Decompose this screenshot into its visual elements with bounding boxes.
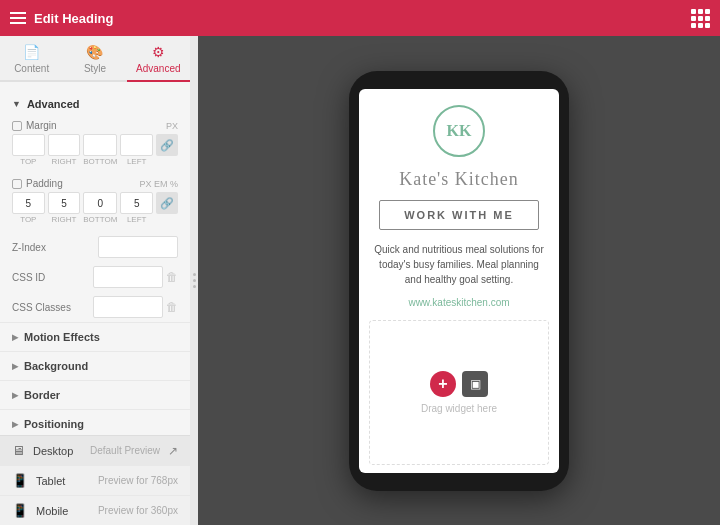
margin-bottom-cell: BOTTOM [83, 134, 117, 166]
top-bar-title: Edit Heading [34, 11, 113, 26]
content-icon: 📄 [23, 44, 40, 60]
cssid-delete-icon[interactable]: 🗑 [166, 270, 178, 284]
drag-widget-button[interactable]: ▣ [462, 371, 488, 397]
zindex-input[interactable] [98, 236, 178, 258]
tab-content[interactable]: 📄 Content [0, 36, 63, 82]
motion-effects-label: Motion Effects [24, 331, 100, 343]
padding-badge: PX EM % [139, 179, 178, 189]
mobile-icon: 📱 [12, 503, 28, 518]
padding-bottom-cell: 0 BOTTOM [83, 192, 117, 224]
style-icon: 🎨 [86, 44, 103, 60]
padding-group: Padding PX EM % 5 TOP 5 RIGHT [0, 174, 190, 228]
top-bar: Edit Heading [0, 0, 720, 36]
margin-label-row: Margin PX [12, 120, 178, 131]
website-link[interactable]: www.kateskitchen.com [359, 297, 559, 308]
cta-button[interactable]: WORK WITH ME [379, 200, 539, 230]
tab-style[interactable]: 🎨 Style [63, 36, 126, 82]
background-header[interactable]: ▶ Background [0, 352, 190, 380]
padding-right-cell: 5 RIGHT [48, 192, 81, 224]
border-section: ▶ Border [0, 380, 190, 409]
margin-top-input[interactable] [12, 134, 45, 156]
padding-left-cell: 5 LEFT [120, 192, 153, 224]
device-desktop[interactable]: 🖥 Desktop Default Preview ↗ [0, 436, 190, 465]
border-arrow: ▶ [12, 391, 18, 400]
padding-top-cell: 5 TOP [12, 192, 45, 224]
margin-badge: PX [166, 121, 178, 131]
advanced-label: Advanced [27, 98, 80, 110]
tablet-icon: 📱 [12, 473, 28, 488]
zindex-label: Z-Index [12, 242, 46, 253]
padding-inputs: 5 TOP 5 RIGHT 0 BOTTOM 5 [12, 192, 153, 224]
mobile-label: Mobile [36, 505, 90, 517]
phone-header: KK [359, 89, 559, 165]
cssclasses-label: CSS Classes [12, 302, 71, 313]
device-bar: 🖥 Desktop Default Preview ↗ 📱 Tablet Pre… [0, 435, 190, 525]
border-label: Border [24, 389, 60, 401]
advanced-section-header: ▼ Advanced [0, 92, 190, 116]
canvas-area: KK Kate's Kitchen WORK WITH ME Quick and… [198, 36, 720, 525]
sidebar-tabs: 📄 Content 🎨 Style ⚙ Advanced [0, 36, 190, 82]
logo-circle: KK [433, 105, 485, 157]
margin-group: Margin PX TOP RIGHT [0, 116, 190, 170]
margin-right-cell: RIGHT [48, 134, 81, 166]
background-arrow: ▶ [12, 362, 18, 371]
positioning-label: Positioning [24, 418, 84, 430]
cssclasses-row: CSS Classes 🗑 [0, 292, 190, 322]
hamburger-icon[interactable] [10, 12, 26, 24]
cssid-input[interactable] [93, 266, 163, 288]
padding-checkbox[interactable] [12, 179, 22, 189]
grid-apps-icon[interactable] [691, 9, 710, 28]
background-section: ▶ Background [0, 351, 190, 380]
desktop-icon: 🖥 [12, 443, 25, 458]
margin-right-input[interactable] [48, 134, 81, 156]
cssid-label: CSS ID [12, 272, 45, 283]
sidebar-body: ▼ Advanced Margin PX TOP [0, 82, 190, 435]
margin-label: Margin [26, 120, 57, 131]
device-tablet[interactable]: 📱 Tablet Preview for 768px [0, 465, 190, 495]
margin-inputs-wrap: TOP RIGHT BOTTOM LEFT [12, 134, 178, 166]
padding-inputs-wrap: 5 TOP 5 RIGHT 0 BOTTOM 5 [12, 192, 178, 224]
padding-label-row: Padding PX EM % [12, 178, 178, 189]
margin-inputs: TOP RIGHT BOTTOM LEFT [12, 134, 153, 166]
tab-style-label: Style [84, 63, 106, 74]
tablet-label: Tablet [36, 475, 90, 487]
margin-checkbox[interactable] [12, 121, 22, 131]
positioning-header[interactable]: ▶ Positioning [0, 410, 190, 435]
margin-top-cell: TOP [12, 134, 45, 166]
margin-link-button[interactable]: 🔗 [156, 134, 178, 156]
resize-handle-dots [193, 273, 196, 288]
phone-screen: KK Kate's Kitchen WORK WITH ME Quick and… [359, 89, 559, 473]
positioning-arrow: ▶ [12, 420, 18, 429]
margin-left-input[interactable] [120, 134, 153, 156]
tab-advanced-label: Advanced [136, 63, 180, 74]
description-text: Quick and nutritious meal solutions for … [371, 242, 547, 287]
border-header[interactable]: ▶ Border [0, 381, 190, 409]
motion-effects-header[interactable]: ▶ Motion Effects [0, 323, 190, 351]
cssid-row: CSS ID 🗑 [0, 262, 190, 292]
padding-left-input[interactable]: 5 [120, 192, 153, 214]
mobile-preview: Preview for 360px [98, 505, 178, 516]
zindex-row: Z-Index [0, 232, 190, 262]
device-mobile[interactable]: 📱 Mobile Preview for 360px [0, 495, 190, 525]
padding-link-button[interactable]: 🔗 [156, 192, 178, 214]
cssclasses-delete-icon[interactable]: 🗑 [166, 300, 178, 314]
resize-handle[interactable] [190, 36, 198, 525]
padding-top-input[interactable]: 5 [12, 192, 45, 214]
phone-mockup: KK Kate's Kitchen WORK WITH ME Quick and… [349, 71, 569, 491]
advanced-arrow: ▼ [12, 99, 21, 109]
drag-add-button[interactable]: + [430, 371, 456, 397]
margin-left-cell: LEFT [120, 134, 153, 166]
cssid-input-wrap: 🗑 [93, 266, 178, 288]
logo-text: KK [447, 122, 472, 140]
drag-widget-area[interactable]: + ▣ Drag widget here [369, 320, 549, 465]
advanced-icon: ⚙ [152, 44, 165, 60]
cssclasses-input[interactable] [93, 296, 163, 318]
cssclasses-input-wrap: 🗑 [93, 296, 178, 318]
main-content: 📄 Content 🎨 Style ⚙ Advanced ▼ Advanced [0, 36, 720, 525]
drag-widget-text: Drag widget here [421, 403, 497, 414]
margin-bottom-input[interactable] [83, 134, 117, 156]
tab-advanced[interactable]: ⚙ Advanced [127, 36, 190, 82]
padding-label: Padding [26, 178, 63, 189]
padding-bottom-input[interactable]: 0 [83, 192, 117, 214]
padding-right-input[interactable]: 5 [48, 192, 81, 214]
